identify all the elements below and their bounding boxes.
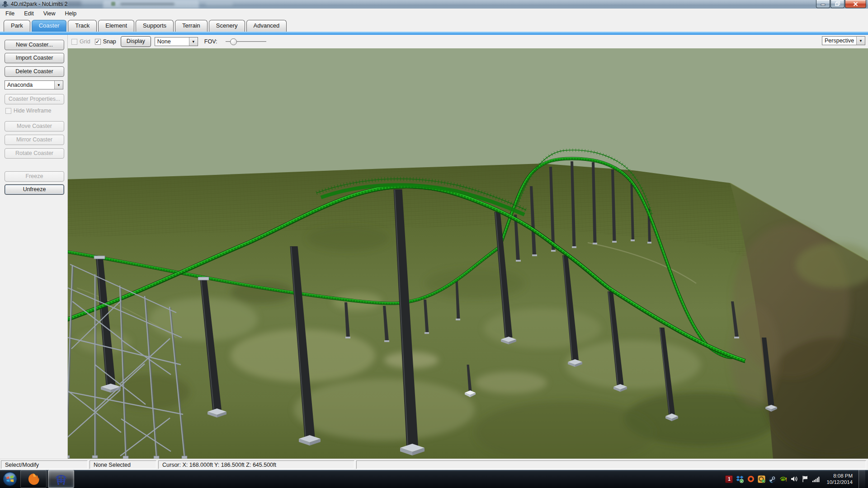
window-title: 4D.nl2park - NoLimits 2	[11, 1, 67, 7]
tab-track[interactable]: Track	[68, 20, 97, 32]
camera-mode-value: Perspective	[822, 37, 856, 45]
app-icon	[2, 1, 9, 8]
menu-file[interactable]: File	[1, 10, 19, 17]
tab-element[interactable]: Element	[98, 20, 134, 32]
title-bar[interactable]: 4D.nl2park - NoLimits 2	[0, 0, 868, 9]
menu-help[interactable]: Help	[61, 10, 81, 17]
fov-slider-thumb[interactable]	[230, 38, 237, 45]
chevron-down-icon[interactable]: ▼	[856, 37, 865, 45]
hide-wireframe-row: Hide Wireframe	[5, 108, 51, 114]
minimize-button[interactable]	[816, 0, 830, 8]
unfreeze-button[interactable]: Unfreeze	[5, 184, 64, 195]
nolimits2-app-window: 4D.nl2park - NoLimits 2 File Edit View H…	[0, 0, 868, 488]
action-center-flag-icon[interactable]	[801, 475, 809, 483]
background-window-smudge	[206, 1, 233, 6]
grid-checkbox	[71, 39, 77, 45]
snap-checkbox[interactable]	[95, 39, 101, 45]
windows-taskbar: 1	[0, 470, 868, 488]
fov-label: FOV:	[204, 38, 217, 45]
new-coaster-button[interactable]: New Coaster...	[5, 40, 64, 50]
dropbox-icon[interactable]	[736, 475, 744, 483]
show-desktop-button[interactable]	[859, 470, 865, 488]
taskbar-clock[interactable]: 8:08 PM 10/12/2014	[826, 473, 853, 485]
tab-terrain[interactable]: Terrain	[175, 20, 208, 32]
clock-time: 8:08 PM	[826, 473, 853, 479]
fov-slider[interactable]	[226, 38, 266, 45]
notification-badge-icon[interactable]: 1	[725, 475, 733, 483]
freeze-button: Freeze	[5, 171, 64, 182]
hide-wireframe-label: Hide Wireframe	[14, 108, 51, 114]
status-selection: None Selected	[90, 460, 156, 469]
taskbar-nolimits-button[interactable]	[48, 470, 74, 488]
menu-bar: File Edit View Help	[0, 9, 868, 19]
taskbar-firefox-button[interactable]	[20, 470, 47, 488]
viewport-canvas[interactable]	[68, 48, 868, 459]
display-mode-value: None	[155, 38, 189, 46]
active-tab-accent-strip	[0, 32, 868, 35]
coaster-select[interactable]: Anaconda ▼	[5, 80, 63, 89]
close-button[interactable]	[845, 0, 866, 8]
mirror-coaster-button: Mirror Coaster	[5, 135, 64, 145]
system-tray: 1	[725, 470, 868, 488]
tab-supports[interactable]: Supports	[136, 20, 174, 32]
start-button[interactable]	[1, 470, 19, 488]
status-mode: Select/Modify	[1, 460, 88, 469]
tab-scenery[interactable]: Scenery	[209, 20, 245, 32]
steam-icon[interactable]	[769, 475, 776, 483]
status-bar: Select/Modify None Selected Cursor: X: 1…	[0, 459, 868, 470]
import-coaster-button[interactable]: Import Coaster	[5, 53, 64, 63]
status-cursor-coordinates: Cursor: X: 168.000ft Y: 186.500ft Z: 645…	[158, 460, 354, 469]
clock-date: 10/12/2014	[826, 479, 853, 485]
snap-label: Snap	[103, 38, 116, 45]
viewport-toolbar: Grid Snap Display None ▼ FOV: Perspectiv…	[68, 35, 868, 48]
delete-coaster-button[interactable]: Delete Coaster	[5, 66, 64, 77]
menu-view[interactable]: View	[39, 10, 60, 17]
tab-park[interactable]: Park	[4, 20, 30, 32]
rotate-coaster-button: Rotate Coaster	[5, 148, 64, 159]
coaster-sidebar: New Coaster... Import Coaster Delete Coa…	[0, 35, 68, 459]
tab-coaster[interactable]: Coaster	[32, 20, 67, 32]
grid-label: Grid	[80, 38, 90, 45]
move-coaster-button: Move Coaster	[5, 121, 64, 131]
viewport-3d[interactable]	[68, 48, 868, 459]
coaster-select-value: Anaconda	[5, 81, 54, 89]
display-mode-select[interactable]: None ▼	[155, 37, 198, 46]
status-empty	[356, 460, 866, 469]
chevron-down-icon[interactable]: ▼	[54, 81, 63, 89]
menu-edit[interactable]: Edit	[20, 10, 38, 17]
svg-text:!: !	[786, 477, 787, 482]
updater-icon[interactable]	[758, 475, 765, 483]
display-button[interactable]: Display	[121, 36, 151, 47]
background-tab-text-blur	[120, 3, 175, 5]
firefox-icon	[27, 473, 40, 486]
tab-advanced[interactable]: Advanced	[246, 20, 287, 32]
nolimits-icon	[54, 472, 68, 486]
hide-wireframe-checkbox	[5, 108, 11, 114]
origin-icon[interactable]	[747, 475, 755, 483]
coaster-properties-button: Coaster Properties...	[5, 94, 64, 104]
nvidia-icon[interactable]: !	[779, 475, 787, 483]
background-tab-favicon-blur	[111, 2, 115, 6]
volume-icon[interactable]	[790, 475, 798, 483]
camera-mode-select[interactable]: Perspective ▼	[822, 36, 865, 45]
chevron-down-icon[interactable]: ▼	[189, 38, 198, 46]
restore-button[interactable]	[830, 0, 844, 8]
network-icon[interactable]	[812, 475, 820, 483]
mode-tab-bar: Park Coaster Track Element Supports Terr…	[0, 19, 868, 32]
